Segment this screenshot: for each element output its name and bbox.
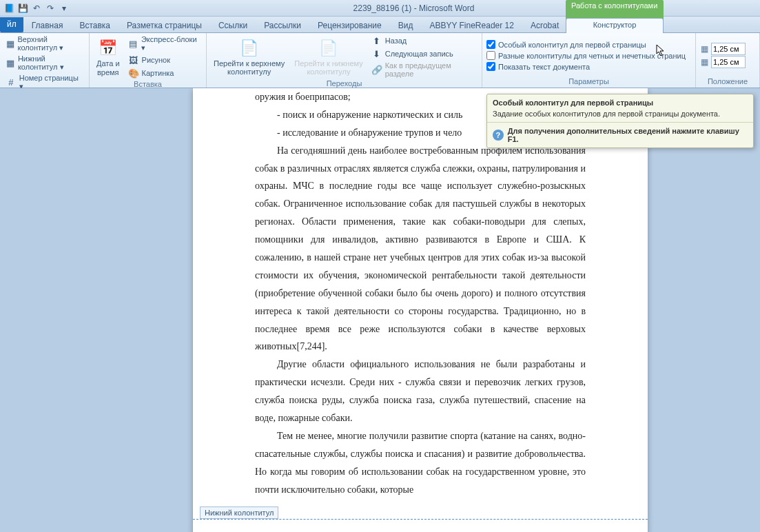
tooltip-body: Задание особых колонтитулов для первой с… — [487, 108, 753, 122]
group-label-insert: Вставка — [92, 79, 203, 89]
header-from-top-input[interactable]: ▦ — [699, 43, 746, 55]
file-tab[interactable]: йл — [0, 17, 23, 32]
tooltip: Особый колонтитул для первой страницы За… — [486, 94, 754, 148]
clipart-icon: 🎨 — [128, 68, 139, 79]
footer-from-bottom-input[interactable]: ▦ — [699, 56, 746, 68]
footer-icon: ▦ — [6, 58, 15, 69]
contextual-tab-title: Работа с колонтитулами — [571, 1, 657, 10]
picture-icon: 🖼 — [128, 54, 139, 65]
document-area: оружия и боеприпасов; - поиск и обнаруже… — [0, 88, 760, 532]
tab-acrobat[interactable]: Acrobat — [522, 19, 567, 32]
tab-insert[interactable]: Вставка — [71, 19, 119, 32]
goto-footer-button[interactable]: 📄 Перейти к нижнему колонтитулу — [290, 34, 367, 79]
save-icon[interactable]: 💾 — [17, 2, 29, 14]
tab-layout[interactable]: Разметка страницы — [119, 19, 210, 32]
dropdown-icon[interactable]: ▾ — [58, 2, 70, 14]
datetime-button[interactable]: 📅 Дата и время — [92, 34, 124, 79]
next-icon: ⬇ — [371, 48, 382, 59]
group-insert: 📅 Дата и время ▤Экспресс-блоки ▾ 🖼Рисуно… — [90, 33, 207, 88]
word-icon[interactable]: 📘 — [3, 2, 15, 14]
previous-button[interactable]: ⬆Назад — [369, 34, 479, 47]
link-icon: 🔗 — [371, 64, 382, 75]
undo-icon[interactable]: ↶ — [30, 2, 43, 14]
picture-button[interactable]: 🖼Рисунок — [125, 54, 203, 66]
doc-text: На сегодняшний день наиболее востребован… — [255, 142, 586, 356]
ribbon: ▦Верхний колонтитул ▾ ▦Нижний колонтитул… — [0, 33, 760, 88]
calendar-icon: 📅 — [97, 37, 119, 59]
group-label-nav: Переходы — [209, 79, 479, 88]
contextual-tab-group: Работа с колонтитулами Конструктор — [566, 0, 664, 33]
link-previous-button[interactable]: 🔗Как в предыдущем разделе — [369, 61, 479, 79]
tab-abbyy[interactable]: ABBYY FineReader 12 — [421, 19, 522, 32]
blocks-icon: ▤ — [128, 39, 138, 50]
group-headers: ▦Верхний колонтитул ▾ ▦Нижний колонтитул… — [0, 33, 90, 88]
group-label-options: Параметры — [485, 76, 692, 86]
ribbon-tabs: йл Главная Вставка Разметка страницы Ссы… — [0, 17, 760, 33]
document-page[interactable]: оружия и боеприпасов; - поиск и обнаруже… — [193, 88, 648, 532]
group-label-position: Положение — [699, 76, 757, 86]
goto-footer-icon: 📄 — [318, 37, 340, 59]
doc-text: Другие области официального использовани… — [255, 356, 586, 427]
group-position: ▦ ▦ Положение — [696, 33, 760, 88]
quick-access-toolbar: 📘 💾 ↶ ↷ ▾ — [3, 2, 70, 14]
tab-view[interactable]: Вид — [390, 19, 422, 32]
group-options: Особый колонтитул для первой страницы Ра… — [482, 33, 696, 88]
back-icon: ⬆ — [371, 35, 382, 46]
group-navigation: 📄 Перейти к верхнему колонтитулу 📄 Перей… — [207, 33, 482, 88]
tab-home[interactable]: Главная — [23, 19, 72, 32]
redo-icon[interactable]: ↷ — [44, 2, 57, 14]
footer-tag: Нижний колонтитул — [200, 507, 278, 519]
tab-references[interactable]: Ссылки — [210, 19, 256, 32]
footer-button[interactable]: ▦Нижний колонтитул ▾ — [3, 54, 86, 72]
next-button[interactable]: ⬇Следующая запись — [369, 48, 479, 60]
footer-boundary: Нижний колонтитул — [193, 519, 648, 520]
clipart-button[interactable]: 🎨Картинка — [125, 67, 203, 79]
pagenum-icon: # — [6, 77, 17, 88]
doc-text: Тем не менее, многие получили развитие с… — [255, 427, 586, 499]
show-document-text-checkbox[interactable]: Показать текст документа — [485, 61, 687, 72]
header-margin-icon: ▦ — [699, 43, 710, 54]
quick-parts-button[interactable]: ▤Экспресс-блоки ▾ — [125, 34, 203, 53]
tab-design[interactable]: Конструктор — [566, 18, 664, 33]
tab-review[interactable]: Рецензирование — [309, 19, 390, 32]
tooltip-footer: ? Для получения дополнительных сведений … — [487, 122, 753, 147]
header-icon: ▦ — [6, 39, 15, 50]
different-first-page-checkbox[interactable]: Особый колонтитул для первой страницы — [485, 39, 687, 50]
tooltip-title: Особый колонтитул для первой страницы — [487, 94, 753, 108]
goto-header-button[interactable]: 📄 Перейти к верхнему колонтитулу — [209, 34, 289, 79]
header-button[interactable]: ▦Верхний колонтитул ▾ — [3, 34, 86, 53]
help-icon: ? — [493, 130, 504, 141]
goto-header-icon: 📄 — [238, 37, 260, 59]
tab-mailings[interactable]: Рассылки — [256, 19, 309, 32]
footer-margin-icon: ▦ — [699, 57, 710, 68]
different-odd-even-checkbox[interactable]: Разные колонтитулы для четных и нечетных… — [485, 50, 687, 61]
